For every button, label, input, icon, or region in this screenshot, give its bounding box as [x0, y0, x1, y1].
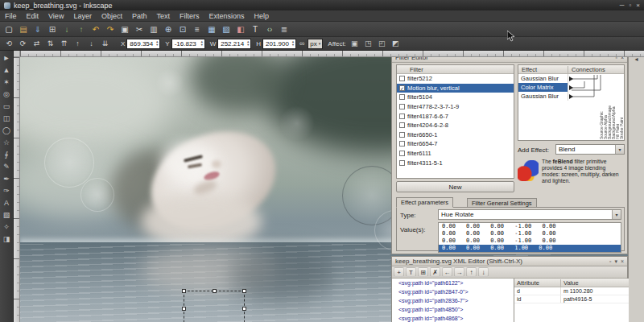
coordinate-field[interactable]: 201.900 ▲▼ — [262, 39, 296, 49]
spinner-icons[interactable]: ▲▼ — [155, 40, 159, 47]
attribute-row[interactable]: id path4916-5 — [514, 295, 629, 303]
attribute-row[interactable]: d m 1100.280 — [514, 287, 629, 295]
pen-tool[interactable]: ✒ — [1, 173, 13, 184]
dock-close-icon[interactable]: × — [621, 258, 624, 265]
delete-node-icon[interactable]: ✗ — [430, 267, 440, 277]
menu-item[interactable]: Filters — [175, 10, 204, 22]
vertical-ruler[interactable] — [14, 57, 20, 322]
export-icon[interactable]: ↑ — [75, 23, 88, 35]
xml-tree-node[interactable]: <svg:path id="path2836-7"> — [392, 296, 514, 305]
filter-checkbox[interactable] — [399, 122, 405, 128]
new-text-node-icon[interactable]: T — [406, 267, 416, 277]
menu-item[interactable]: Path — [127, 10, 152, 22]
filter-checkbox[interactable] — [399, 94, 405, 100]
filter-list-item[interactable]: filter5212 — [397, 74, 514, 84]
coordinate-field[interactable]: -16.823 ▲▼ — [171, 39, 205, 49]
menu-item[interactable]: File — [0, 10, 22, 22]
coordinate-field[interactable]: 252.214 ▲▼ — [217, 39, 251, 49]
group-icon[interactable]: ▦ — [205, 23, 218, 35]
connections-column-header[interactable]: Connections — [568, 66, 605, 73]
lower-to-bottom-icon[interactable]: ⇊ — [99, 38, 111, 49]
fill-stroke-icon[interactable]: ◧ — [234, 23, 247, 35]
filter-list-header[interactable]: Filter — [397, 65, 514, 74]
unit-select[interactable]: px ▾ — [308, 39, 323, 49]
move-node-down-icon[interactable]: ↓ — [478, 267, 489, 277]
filter-list-item[interactable]: filter4778-2-3-7-1-9 — [397, 102, 514, 112]
rectangle-tool[interactable]: ▭ — [1, 101, 13, 112]
move-node-up-icon[interactable]: ↑ — [466, 267, 477, 277]
indent-node-icon[interactable]: → — [454, 267, 464, 277]
selection-handle[interactable] — [182, 289, 186, 293]
save-icon[interactable]: ⇓ — [31, 23, 44, 35]
align-dialog-icon[interactable]: ≣ — [278, 23, 291, 35]
duplicate-node-icon[interactable]: ⊞ — [418, 267, 428, 277]
filter-checkbox[interactable] — [399, 104, 405, 109]
xml-tree-node[interactable]: <svg:path id="path6122"> — [392, 279, 514, 287]
menu-item[interactable]: Help — [249, 10, 274, 22]
filter-checkbox[interactable] — [399, 85, 405, 91]
pencil-tool[interactable]: ✎ — [1, 161, 13, 172]
unindent-node-icon[interactable]: ← — [442, 267, 452, 277]
xml-tree-node[interactable]: <svg:path id="path4868"> — [392, 314, 514, 322]
filter-list-item[interactable]: Motion blur, vertical — [397, 84, 514, 93]
filter-list-item[interactable]: filter6654-7 — [397, 139, 514, 149]
text-tool[interactable]: A — [1, 197, 13, 208]
ellipse-tool[interactable]: ◯ — [1, 125, 13, 136]
add-effect-select[interactable]: Blend ▾ — [555, 144, 625, 155]
affect-transform-patterns-icon[interactable]: ◩ — [390, 38, 402, 49]
text-tool-shortcut-icon[interactable]: T — [249, 23, 262, 35]
ungroup-icon[interactable]: ▧ — [220, 23, 233, 35]
menu-item[interactable]: Layer — [68, 10, 97, 22]
filter-list-item[interactable]: filter4311-5-1 — [397, 158, 514, 167]
new-document-icon[interactable]: ▢ — [2, 23, 15, 35]
menu-item[interactable]: Extensions — [204, 10, 249, 22]
menu-item[interactable]: Edit — [22, 10, 44, 22]
node-tool[interactable]: ▲ — [1, 64, 13, 76]
spinner-icons[interactable]: ▲▼ — [291, 40, 295, 47]
selection-handle[interactable] — [242, 289, 246, 293]
xml-editor-header[interactable]: keep_breathing.svg XML Editor (Shift-Ctr… — [392, 257, 627, 266]
undo-icon[interactable]: ↶ — [89, 23, 102, 35]
filter-checkbox[interactable] — [399, 76, 405, 81]
box3d-tool[interactable]: ◫ — [1, 113, 13, 124]
filter-checkbox[interactable] — [399, 160, 405, 166]
selection-handle[interactable] — [213, 289, 217, 293]
duplicate-icon[interactable]: ≡ — [191, 23, 204, 35]
new-filter-button[interactable]: New — [396, 181, 514, 192]
raise-to-top-icon[interactable]: ⇈ — [58, 38, 70, 49]
matrix-row[interactable]: 0.00 0.00 0.00 -1.00 0.00 — [439, 237, 621, 245]
copy-icon[interactable]: ▣ — [118, 23, 131, 35]
type-select[interactable]: Hue Rotate ▾ — [438, 209, 621, 220]
calligraphy-tool[interactable]: ✑ — [1, 185, 13, 196]
filter-checkbox[interactable] — [399, 132, 405, 138]
xml-tree-node[interactable]: <svg:path id="path2847-0"> — [392, 287, 514, 296]
xml-editor-icon[interactable]: ‹› — [263, 23, 276, 35]
zoom-tool[interactable]: ◎ — [1, 89, 13, 100]
raise-icon[interactable]: ↑ — [72, 38, 84, 49]
flip-horizontal-icon[interactable]: ⇄ — [31, 38, 43, 49]
affect-move-gradients-icon[interactable]: ▣ — [349, 38, 361, 49]
filter-list-item[interactable]: filter4204-6-2-8 — [397, 121, 514, 130]
tab-effect-parameters[interactable]: Effect parameters — [396, 197, 453, 208]
lower-icon[interactable]: ↓ — [85, 38, 97, 49]
redo-icon[interactable]: ↷ — [104, 23, 117, 35]
paste-icon[interactable]: ▥ — [147, 23, 160, 35]
filter-checkbox[interactable] — [399, 114, 405, 119]
filter-list-item[interactable]: filter6111 — [397, 149, 514, 159]
zoom-drawing-icon[interactable]: ⊕ — [162, 23, 175, 35]
gradient-tool[interactable]: ▧ — [1, 209, 13, 221]
cut-icon[interactable]: ✂ — [133, 23, 146, 35]
tweak-tool[interactable]: ✶ — [1, 76, 13, 88]
affect-transform-corners-icon[interactable]: ◰ — [376, 38, 388, 49]
attribute-column-header[interactable]: Attribute — [514, 279, 561, 287]
open-icon[interactable]: ▤ — [17, 23, 30, 35]
import-icon[interactable]: ↓ — [60, 23, 73, 35]
value-column-header[interactable]: Value — [561, 279, 579, 287]
flip-vertical-icon[interactable]: ⇅ — [44, 38, 56, 49]
minimize-button[interactable]: ─ — [620, 2, 625, 9]
spinner-icons[interactable]: ▲▼ — [246, 40, 250, 47]
filter-checkbox[interactable] — [399, 141, 405, 147]
spinner-icons[interactable]: ▲▼ — [200, 40, 204, 47]
dock-collapse-icon[interactable]: ▾ — [614, 258, 617, 265]
selection-rectangle[interactable] — [184, 291, 245, 322]
